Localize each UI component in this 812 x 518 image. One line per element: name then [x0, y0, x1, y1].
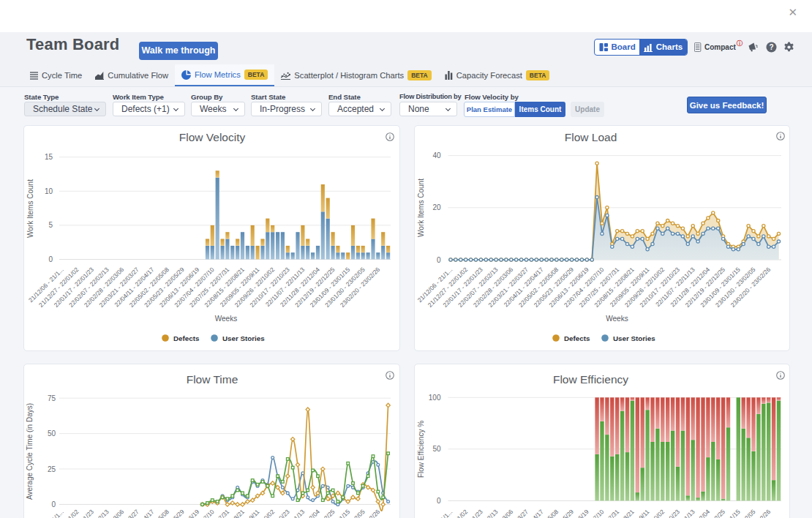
svg-text:Average Cycle Time (in Days): Average Cycle Time (in Days): [26, 403, 34, 500]
svg-text:20: 20: [432, 203, 441, 211]
svg-text:0: 0: [48, 255, 53, 263]
svg-text:Work Items Count: Work Items Count: [416, 179, 424, 237]
svg-text:Flow Load: Flow Load: [564, 131, 617, 143]
svg-text:50: 50: [432, 445, 441, 453]
svg-text:50: 50: [48, 429, 56, 438]
svg-text:100: 100: [428, 394, 440, 402]
svg-text:Flow Time: Flow Time: [187, 373, 238, 386]
svg-text:Work Items Count: Work Items Count: [26, 179, 34, 238]
svg-text:0: 0: [436, 497, 440, 505]
svg-text:0: 0: [436, 256, 440, 264]
svg-text:25: 25: [48, 465, 56, 473]
svg-text:5: 5: [48, 221, 53, 229]
svg-text:Defects: Defects: [564, 334, 590, 342]
svg-text:User Stories: User Stories: [222, 334, 265, 342]
svg-text:15: 15: [45, 153, 53, 161]
svg-text:0: 0: [51, 500, 56, 508]
svg-text:Weeks: Weeks: [606, 315, 628, 323]
svg-text:21/12/06 - 21/1...: 21/12/06 - 21/1...: [27, 508, 65, 518]
svg-text:Defects: Defects: [173, 334, 200, 342]
svg-text:10: 10: [45, 187, 53, 195]
svg-text:40: 40: [432, 151, 441, 159]
svg-text:Flow Efficiency %: Flow Efficiency %: [416, 421, 424, 478]
svg-text:User Stories: User Stories: [613, 334, 655, 342]
svg-text:Weeks: Weeks: [215, 315, 237, 323]
svg-text:Flow Efficiency: Flow Efficiency: [552, 373, 628, 386]
svg-text:21/12/06 - 21/1...: 21/12/06 - 21/1...: [416, 508, 454, 518]
svg-text:75: 75: [48, 394, 56, 402]
svg-text:Flow Velocity: Flow Velocity: [179, 131, 246, 143]
